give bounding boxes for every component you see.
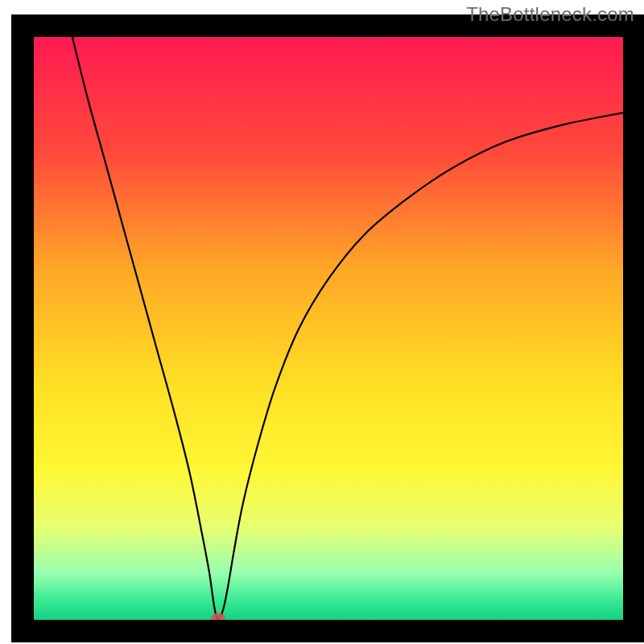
bottleneck-chart [0, 0, 644, 644]
heat-gradient-background [34, 37, 623, 620]
watermark-text: TheBottleneck.com [466, 3, 634, 26]
